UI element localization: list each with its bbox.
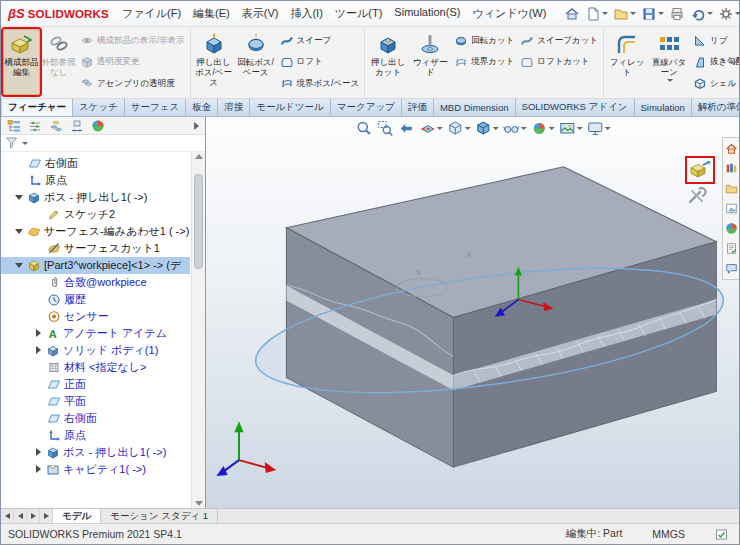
- menu-view[interactable]: 表示(V): [236, 1, 285, 26]
- tree-item[interactable]: 右側面: [1, 410, 190, 427]
- boundary-cut-button[interactable]: 境界カット: [451, 52, 517, 74]
- tree-item-selected[interactable]: [Part3^workpiece]<1> -> (デ: [1, 257, 190, 274]
- solidworks-forum-icon[interactable]: [725, 262, 738, 275]
- previous-view-button[interactable]: [396, 119, 415, 138]
- scrollbar-thumb[interactable]: [194, 174, 203, 269]
- hole-wizard-button[interactable]: ウィザード: [409, 29, 451, 95]
- edit-component-button[interactable]: 構成部品編集: [3, 29, 40, 95]
- tree-item[interactable]: 原点: [1, 427, 190, 444]
- tree-item[interactable]: 材料 <指定なし>: [1, 359, 190, 376]
- tree-item[interactable]: 履歴: [1, 291, 190, 308]
- tree-item[interactable]: 右側面: [1, 155, 190, 172]
- rib-button[interactable]: リブ: [690, 30, 739, 52]
- tree-item[interactable]: キャビティ1( ->): [1, 461, 190, 478]
- tab-evaluate[interactable]: 評価: [402, 99, 434, 116]
- tab-markup[interactable]: マークアップ: [331, 99, 402, 116]
- filter-caret-icon[interactable]: [22, 142, 28, 145]
- tree-item[interactable]: ボス - 押し出し1( ->): [1, 444, 190, 461]
- open-button[interactable]: [611, 5, 638, 23]
- tree-item[interactable]: 平面: [1, 393, 190, 410]
- menu-window[interactable]: ウィンドウ(W): [466, 1, 552, 26]
- appearances-scenes-icon[interactable]: [725, 222, 738, 235]
- tree-item[interactable]: 合致@workpiece: [1, 274, 190, 291]
- edit-tools-flyout[interactable]: [687, 185, 709, 205]
- solidworks-resources-icon[interactable]: [725, 142, 738, 155]
- graphics-viewport[interactable]: x x: [206, 117, 739, 508]
- undo-button[interactable]: [688, 5, 715, 23]
- tab-addins[interactable]: SOLIDWORKS アドイン: [516, 99, 635, 116]
- tab-scroll-next-button[interactable]: [27, 509, 40, 523]
- boundary-boss-button[interactable]: 境界ボス/ベース: [277, 73, 363, 95]
- tab-features[interactable]: フィーチャー: [2, 99, 73, 116]
- tree-item[interactable]: アノテート アイテム: [1, 325, 190, 342]
- collapse-arrow-icon[interactable]: [34, 346, 43, 355]
- design-library-icon[interactable]: [725, 162, 738, 175]
- tree-item[interactable]: 原点: [1, 172, 190, 189]
- scroll-up-icon[interactable]: [195, 154, 203, 159]
- edit-appearance-button[interactable]: [529, 119, 555, 138]
- tab-scroll-prev-button[interactable]: [14, 509, 27, 523]
- display-style-button[interactable]: [473, 119, 499, 138]
- swept-boss-button[interactable]: スイープ: [277, 30, 363, 52]
- ribbon-overflow-button[interactable]: »: [730, 55, 736, 67]
- assembly-transparency-button[interactable]: アセンブリの透明度: [77, 73, 188, 95]
- tree-item[interactable]: 正面: [1, 376, 190, 393]
- lofted-cut-button[interactable]: ロフトカット: [517, 52, 601, 74]
- tree-item[interactable]: サーフェス-編みあわせ1 ( ->): [1, 223, 190, 240]
- extruded-boss-button[interactable]: 押し出しボス/ベース: [193, 29, 235, 95]
- tab-mold-tools[interactable]: モールドツール: [250, 99, 331, 116]
- revolved-boss-button[interactable]: 回転ボス/ベース: [235, 29, 277, 95]
- tree-item[interactable]: ボス - 押し出し1( ->): [1, 189, 190, 206]
- tab-mbd-dimension[interactable]: MBD Dimension: [434, 99, 516, 116]
- tab-scroll-last-button[interactable]: [40, 509, 53, 523]
- fillet-button[interactable]: フィレット: [606, 29, 648, 95]
- print-button[interactable]: [667, 5, 687, 23]
- scroll-down-icon[interactable]: [195, 501, 203, 506]
- tab-simulation[interactable]: Simulation: [635, 99, 692, 116]
- revolved-cut-button[interactable]: 回転カット: [451, 30, 517, 52]
- view-orientation-button[interactable]: [445, 119, 471, 138]
- tab-surfaces[interactable]: サーフェス: [125, 99, 186, 116]
- tab-model[interactable]: モデル: [53, 509, 101, 523]
- hide-show-items-button[interactable]: [501, 119, 527, 138]
- save-button[interactable]: [639, 5, 666, 23]
- menu-tools[interactable]: ツール(T): [329, 1, 389, 26]
- view-settings-button[interactable]: [585, 119, 611, 138]
- swept-cut-button[interactable]: スイープカット: [517, 30, 601, 52]
- zoom-fit-button[interactable]: [354, 119, 373, 138]
- menu-file[interactable]: ファイル(F): [116, 1, 187, 26]
- displaymanager-icon[interactable]: [91, 119, 105, 133]
- collapse-arrow-icon[interactable]: [34, 329, 43, 338]
- tree-scrollbar[interactable]: [191, 152, 205, 508]
- tab-scroll-first-button[interactable]: [1, 509, 14, 523]
- tab-sketch[interactable]: スケッチ: [73, 99, 125, 116]
- panel-flyout-arrow-icon[interactable]: [194, 122, 199, 130]
- home-button[interactable]: [562, 5, 582, 23]
- section-view-button[interactable]: [417, 119, 443, 138]
- show-hide-components-button[interactable]: 構成部品の表示/非表示: [77, 30, 188, 52]
- tab-weldments[interactable]: 溶接: [218, 99, 250, 116]
- custom-properties-icon[interactable]: [725, 242, 738, 255]
- shell-button[interactable]: シェル: [690, 73, 739, 95]
- collapse-arrow-icon[interactable]: [34, 448, 43, 457]
- loft-button[interactable]: ロフト: [277, 52, 363, 74]
- confirmation-corner[interactable]: [685, 156, 715, 184]
- tab-sheet-metal[interactable]: 板金: [186, 99, 218, 116]
- configurationmanager-icon[interactable]: [49, 119, 63, 133]
- no-external-references-button[interactable]: 外部参照なし: [40, 29, 77, 95]
- filter-funnel-icon[interactable]: [5, 136, 19, 150]
- tree-item[interactable]: ソリッド ボディ(1): [1, 342, 190, 359]
- change-transparency-button[interactable]: 透明度変更: [77, 52, 188, 74]
- dimxpertmanager-icon[interactable]: [70, 119, 84, 133]
- tree-item[interactable]: センサー: [1, 308, 190, 325]
- expand-arrow-icon[interactable]: [15, 227, 24, 236]
- menu-simulation[interactable]: Simulation(S): [388, 1, 466, 26]
- extruded-cut-button[interactable]: 押し出しカット: [367, 29, 409, 95]
- view-palette-icon[interactable]: [725, 202, 738, 215]
- tab-motion-study[interactable]: モーション スタディ 1: [101, 509, 218, 523]
- expand-arrow-icon[interactable]: [15, 261, 24, 270]
- apply-scene-button[interactable]: [557, 119, 583, 138]
- options-button[interactable]: [716, 5, 740, 23]
- file-explorer-icon[interactable]: [725, 182, 738, 195]
- expand-arrow-icon[interactable]: [15, 193, 24, 202]
